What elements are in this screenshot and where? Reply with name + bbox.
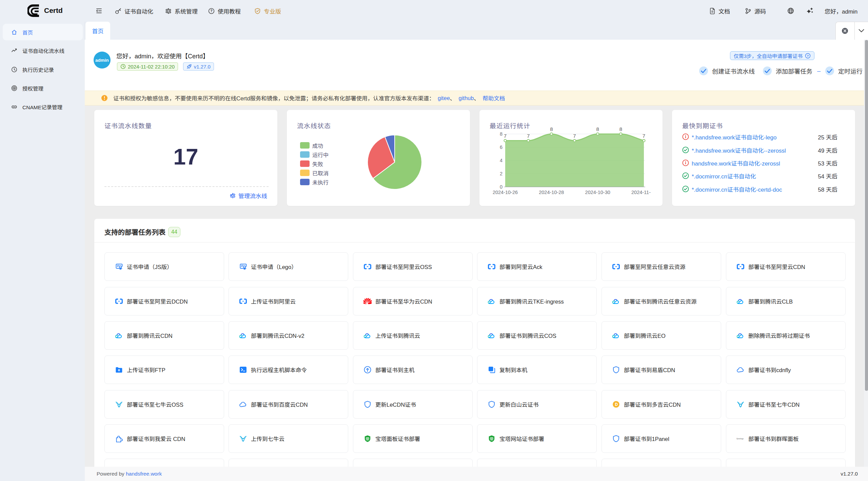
- svg-text:7: 7: [643, 133, 645, 139]
- svg-text:0: 0: [500, 184, 502, 190]
- svg-text:7: 7: [527, 133, 530, 139]
- svg-text:8: 8: [500, 131, 502, 137]
- svg-text:7: 7: [504, 133, 507, 139]
- svg-text:2024-10-28: 2024-10-28: [539, 190, 564, 195]
- svg-text:2024-11-: 2024-11-: [631, 190, 651, 195]
- svg-text:2: 2: [500, 171, 502, 176]
- svg-text:6: 6: [500, 145, 502, 150]
- svg-text:8: 8: [619, 126, 622, 132]
- svg-text:2024-10-26: 2024-10-26: [493, 190, 518, 195]
- svg-text:2024-10-30: 2024-10-30: [585, 190, 610, 195]
- svg-text:7: 7: [573, 133, 576, 139]
- svg-text:8: 8: [550, 126, 553, 132]
- svg-text:4: 4: [500, 158, 502, 163]
- svg-text:?: ?: [210, 9, 212, 13]
- svg-text:8: 8: [596, 126, 599, 132]
- svg-text:?: ?: [807, 54, 809, 58]
- svg-text:Synology: Synology: [736, 438, 744, 440]
